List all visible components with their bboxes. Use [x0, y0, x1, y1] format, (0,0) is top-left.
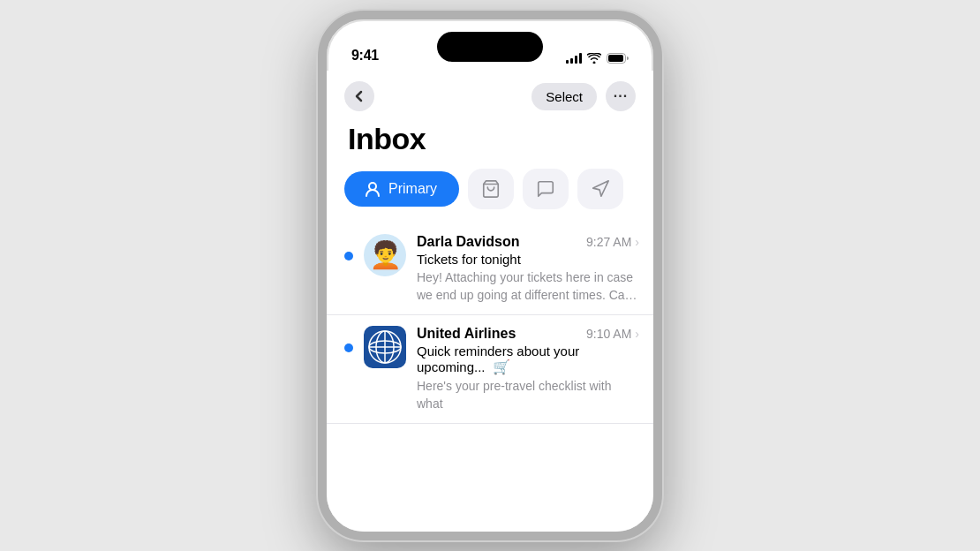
email-subject-united: Quick reminders about your upcoming... 🛒 [417, 343, 639, 375]
email-header-united: United Airlines 9:10 AM › [417, 326, 639, 342]
email-preview-united: Here's your pre-travel checklist with wh… [417, 378, 639, 412]
tab-shopping[interactable] [468, 169, 514, 209]
signal-bars-icon [566, 53, 582, 64]
tab-primary[interactable]: Primary [344, 171, 459, 207]
status-time: 9:41 [351, 48, 379, 64]
chevron-right-icon: › [635, 235, 639, 249]
svg-point-2 [369, 183, 376, 190]
cart-icon [481, 179, 501, 199]
email-time-united: 9:10 AM [586, 327, 631, 341]
email-sender-united: United Airlines [417, 326, 516, 342]
svg-rect-1 [608, 55, 623, 62]
select-button[interactable]: Select [531, 83, 597, 110]
email-item-darla[interactable]: 🧑‍🦱 Darla Davidson 9:27 AM › Tickets for… [327, 223, 653, 315]
inbox-title: Inbox [327, 118, 653, 169]
avatar-united [364, 326, 406, 368]
avatar-darla: 🧑‍🦱 [364, 234, 406, 276]
dynamic-island [437, 32, 543, 62]
unread-indicator [344, 252, 353, 260]
email-list: 🧑‍🦱 Darla Davidson 9:27 AM › Tickets for… [327, 223, 653, 424]
chevron-right-icon-united: › [635, 327, 639, 341]
email-meta-united: 9:10 AM › [586, 327, 639, 341]
megaphone-icon [591, 179, 610, 199]
more-button[interactable]: ··· [606, 81, 636, 111]
nav-bar: Select ··· [327, 71, 653, 118]
email-header-darla: Darla Davidson 9:27 AM › [417, 234, 639, 250]
email-content-darla: Darla Davidson 9:27 AM › Tickets for ton… [417, 234, 639, 304]
tab-promotions[interactable] [577, 169, 623, 209]
email-item-united[interactable]: United Airlines 9:10 AM › Quick reminder… [327, 315, 653, 424]
message-icon [536, 179, 555, 199]
tab-primary-label: Primary [388, 181, 437, 197]
back-button[interactable] [344, 81, 374, 111]
screen-content: Select ··· Inbox Primary [327, 71, 653, 532]
nav-right: Select ··· [531, 81, 636, 111]
battery-icon [607, 53, 629, 64]
unread-indicator-united [344, 343, 353, 352]
phone-wrapper: 9:41 [305, 0, 675, 551]
email-meta-darla: 9:27 AM › [586, 235, 639, 249]
person-icon [364, 180, 381, 198]
email-time-darla: 9:27 AM [586, 235, 631, 249]
email-content-united: United Airlines 9:10 AM › Quick reminder… [417, 326, 639, 412]
category-tabs: Primary [327, 169, 653, 223]
email-preview-darla: Hey! Attaching your tickets here in case… [417, 269, 639, 304]
cart-badge-icon: 🛒 [493, 359, 510, 374]
status-icons [566, 53, 629, 64]
tab-messages[interactable] [523, 169, 569, 209]
wifi-icon [587, 53, 601, 64]
email-sender-darla: Darla Davidson [417, 234, 519, 250]
email-subject-darla: Tickets for tonight [417, 252, 639, 267]
phone-frame: 9:41 [318, 11, 662, 540]
